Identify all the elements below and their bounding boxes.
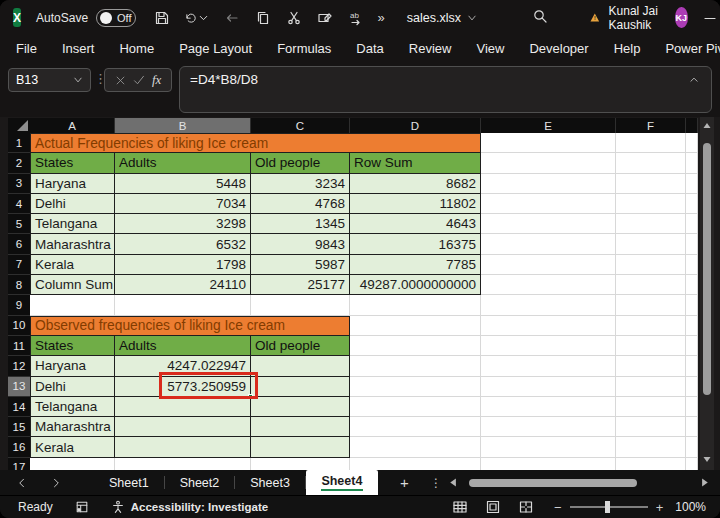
cell-F15[interactable] <box>616 417 686 437</box>
zoom-out-button[interactable]: − <box>554 500 562 515</box>
row-header-8[interactable]: 8 <box>8 275 30 295</box>
menu-tab-home[interactable]: Home <box>119 41 154 56</box>
cell-C14[interactable] <box>251 397 350 417</box>
cell-F17[interactable] <box>616 458 686 470</box>
page-break-view-icon[interactable] <box>518 499 534 515</box>
scroll-right-icon[interactable] <box>701 478 710 487</box>
save-icon[interactable] <box>153 9 171 27</box>
zoom-slider[interactable] <box>570 506 648 508</box>
autosave-toggle[interactable]: Off <box>96 9 135 27</box>
cell-C12[interactable] <box>251 356 350 376</box>
cell-D15[interactable] <box>350 417 481 437</box>
cell-E14[interactable] <box>481 397 616 417</box>
menu-tab-review[interactable]: Review <box>409 41 452 56</box>
cell-D16[interactable] <box>350 437 481 457</box>
cell-G15-partial[interactable] <box>686 417 698 437</box>
cell-G7-partial[interactable] <box>686 255 698 275</box>
cell-B17[interactable] <box>115 458 251 470</box>
row-header-5[interactable]: 5 <box>8 214 30 234</box>
cell-A12[interactable]: Haryana <box>30 356 115 376</box>
cell-D7[interactable]: 7785 <box>350 255 481 275</box>
cell-C9[interactable] <box>251 295 350 315</box>
column-header-E[interactable]: E <box>481 118 616 133</box>
cell-A8[interactable]: Column Sum <box>30 275 115 295</box>
menu-tab-insert[interactable]: Insert <box>62 41 95 56</box>
cell-F9[interactable] <box>616 295 686 315</box>
cell-F7[interactable] <box>616 255 686 275</box>
cell-D9[interactable] <box>350 295 481 315</box>
menu-tab-file[interactable]: File <box>16 41 37 56</box>
cell-F10[interactable] <box>616 316 686 336</box>
cell-E12[interactable] <box>481 356 616 376</box>
cell-D6[interactable]: 16375 <box>350 234 481 254</box>
cell-A1[interactable]: Actual Frequencies of liking Ice cream <box>30 133 481 153</box>
email-icon[interactable] <box>316 9 334 27</box>
cell-E9[interactable] <box>481 295 616 315</box>
cell-A4[interactable]: Delhi <box>30 194 115 214</box>
cell-A17[interactable] <box>30 458 115 470</box>
cell-D4[interactable]: 11802 <box>350 194 481 214</box>
cell-A11[interactable]: States <box>30 336 115 356</box>
row-header-1[interactable]: 1 <box>8 133 30 153</box>
cell-E1[interactable] <box>481 133 616 153</box>
cell-A7[interactable]: Kerala <box>30 255 115 275</box>
cell-B2[interactable]: Adults <box>115 153 251 173</box>
enter-icon[interactable] <box>133 74 145 86</box>
scroll-left-icon[interactable] <box>448 478 457 487</box>
cell-D3[interactable]: 8682 <box>350 174 481 194</box>
cell-E16[interactable] <box>481 437 616 457</box>
cell-A3[interactable]: Haryana <box>30 174 115 194</box>
avatar[interactable]: KJ <box>675 7 688 28</box>
cell-B7[interactable]: 1798 <box>115 255 251 275</box>
macro-record-icon[interactable] <box>75 500 89 514</box>
cell-A10[interactable]: Observed frequencies of liking Ice cream <box>30 316 350 336</box>
collapse-formula-bar-icon[interactable] <box>689 75 699 85</box>
menu-tab-page-layout[interactable]: Page Layout <box>179 41 252 56</box>
column-header-D[interactable]: D <box>350 118 481 133</box>
row-header-17[interactable]: 17 <box>8 458 30 470</box>
normal-view-icon[interactable] <box>452 499 468 515</box>
cell-A14[interactable]: Telangana <box>30 397 115 417</box>
cell-C3[interactable]: 3234 <box>251 174 350 194</box>
menu-tab-data[interactable]: Data <box>356 41 383 56</box>
cell-B11[interactable]: Adults <box>115 336 251 356</box>
undo-icon[interactable] <box>184 9 210 27</box>
cell-A6[interactable]: Maharashtra <box>30 234 115 254</box>
cell-B5[interactable]: 3298 <box>115 214 251 234</box>
cell-E4[interactable] <box>481 194 616 214</box>
cell-G5-partial[interactable] <box>686 214 698 234</box>
cell-B8[interactable]: 24110 <box>115 275 251 295</box>
cell-E10[interactable] <box>481 316 616 336</box>
cell-G12-partial[interactable] <box>686 356 698 376</box>
accessibility-status[interactable]: Accessibility: Investigate <box>131 501 268 513</box>
zoom-in-button[interactable]: + <box>656 500 664 515</box>
add-sheet-button[interactable]: + <box>400 474 409 491</box>
cell-A16[interactable]: Kerala <box>30 437 115 457</box>
cell-E5[interactable] <box>481 214 616 234</box>
cell-F8[interactable] <box>616 275 686 295</box>
cancel-icon[interactable] <box>115 75 126 86</box>
account-area[interactable]: ! Kunal Jai Kaushik KJ <box>590 4 688 32</box>
cell-E3[interactable] <box>481 174 616 194</box>
cell-C4[interactable]: 4768 <box>251 194 350 214</box>
more-commands-icon[interactable]: » <box>378 10 385 25</box>
column-header-B[interactable]: B <box>115 118 251 133</box>
row-header-6[interactable]: 6 <box>8 234 30 254</box>
cell-G16-partial[interactable] <box>686 437 698 457</box>
cell-G14-partial[interactable] <box>686 397 698 417</box>
vertical-scroll-thumb[interactable] <box>703 143 711 395</box>
cell-G1-partial[interactable] <box>686 133 698 153</box>
sheet-tab-sheet4[interactable]: Sheet4 <box>306 470 378 495</box>
cell-C5[interactable]: 1345 <box>251 214 350 234</box>
cell-E2[interactable] <box>481 153 616 173</box>
cell-A2[interactable]: States <box>30 153 115 173</box>
horizontal-scrollbar[interactable] <box>448 470 710 495</box>
cell-E13[interactable] <box>481 377 616 397</box>
cell-F6[interactable] <box>616 234 686 254</box>
cell-D10[interactable] <box>350 316 481 336</box>
row-header-11[interactable]: 11 <box>8 336 30 356</box>
cell-E17[interactable] <box>481 458 616 470</box>
row-header-7[interactable]: 7 <box>8 255 30 275</box>
cell-C16[interactable] <box>251 437 350 457</box>
cell-G9-partial[interactable] <box>686 295 698 315</box>
